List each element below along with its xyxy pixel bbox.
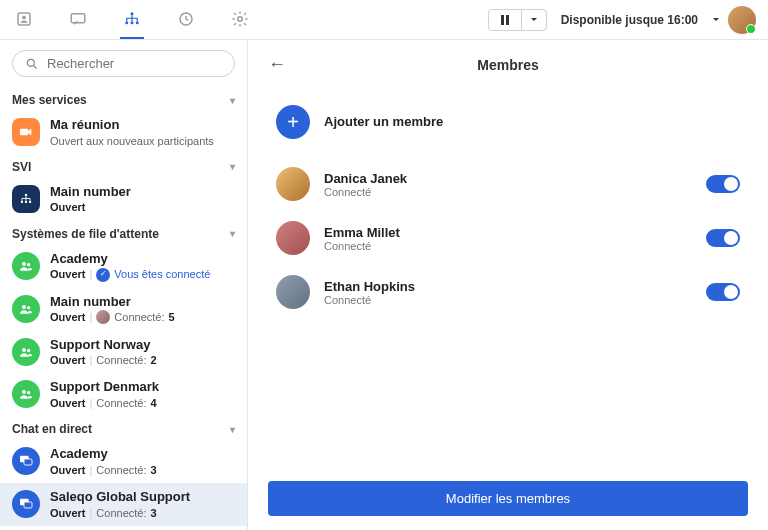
svg-point-8: [238, 16, 243, 21]
item-title: Academy: [50, 446, 235, 462]
item-title: Main number: [50, 294, 235, 310]
svg-rect-9: [501, 15, 504, 25]
section-mes-services[interactable]: Mes services▾: [0, 87, 247, 111]
member-status: Connecté: [324, 240, 692, 252]
section-voicemail[interactable]: Messages vocaux partagés▾: [0, 526, 247, 530]
svg-point-18: [27, 263, 30, 266]
chevron-down-icon: ▾: [230, 95, 235, 106]
svg-rect-26: [24, 459, 32, 465]
section-queues[interactable]: Systèmes de file d'attente▾: [0, 221, 247, 245]
section-title: Mes services: [12, 93, 87, 107]
item-title: Support Norway: [50, 337, 235, 353]
search-field[interactable]: [47, 56, 222, 71]
svg-point-16: [29, 201, 31, 203]
svg-point-22: [27, 349, 30, 352]
chat-icon: [12, 490, 40, 518]
pause-icon[interactable]: [489, 10, 522, 30]
svg-point-23: [22, 390, 26, 394]
svg-rect-10: [506, 15, 509, 25]
pause-control[interactable]: [488, 9, 547, 31]
svg-point-17: [22, 262, 26, 266]
user-avatar[interactable]: [728, 6, 756, 34]
tab-settings[interactable]: [228, 1, 252, 39]
svg-point-20: [27, 306, 30, 309]
tab-messages[interactable]: [66, 1, 90, 39]
svg-point-21: [22, 348, 26, 352]
svg-point-13: [25, 194, 27, 196]
mini-avatar: [96, 310, 110, 324]
member-status: Connecté: [324, 186, 692, 198]
svg-point-5: [131, 21, 134, 24]
group-icon: [12, 252, 40, 280]
chevron-down-icon: ▾: [230, 161, 235, 172]
section-title: Chat en direct: [12, 422, 92, 436]
sidebar-item-meeting[interactable]: Ma réunionOuvert aux nouveaux participan…: [0, 111, 247, 154]
chevron-down-icon: ▾: [230, 228, 235, 239]
sidebar-item-saleqo-c[interactable]: Saleqo Global SupportOuvert|Connecté:3: [0, 483, 247, 526]
avatar: [276, 221, 310, 255]
top-bar: Disponible jusque 16:00: [0, 0, 768, 40]
main-panel: ← Membres + Ajouter un membre Danica Jan…: [248, 40, 768, 530]
section-title: Systèmes de file d'attente: [12, 227, 159, 241]
avatar: [276, 167, 310, 201]
video-icon: [12, 118, 40, 146]
member-name: Ethan Hopkins: [324, 279, 692, 294]
avatar: [276, 275, 310, 309]
search-input[interactable]: [12, 50, 235, 77]
group-icon: [12, 338, 40, 366]
section-svi[interactable]: SVI▾: [0, 154, 247, 178]
svg-point-24: [27, 391, 30, 394]
svg-point-19: [22, 305, 26, 309]
sidebar: Mes services▾ Ma réunionOuvert aux nouve…: [0, 40, 248, 530]
item-sub: Ouvert: [50, 200, 85, 214]
svg-point-6: [136, 21, 139, 24]
group-icon: [12, 295, 40, 323]
section-title: SVI: [12, 160, 31, 174]
sidebar-item-academy-c[interactable]: AcademyOuvert|Connecté:3: [0, 440, 247, 483]
svg-rect-28: [24, 502, 32, 508]
member-toggle[interactable]: [706, 229, 740, 247]
chevron-down-icon[interactable]: [712, 16, 720, 24]
top-tabs: [12, 1, 252, 39]
item-title: Saleqo Global Support: [50, 489, 235, 505]
svg-rect-12: [20, 129, 28, 136]
item-title: Main number: [50, 184, 235, 200]
tab-history[interactable]: [174, 1, 198, 39]
member-row: Danica JanekConnecté: [276, 157, 740, 211]
svg-point-15: [25, 201, 27, 203]
tab-contacts[interactable]: [12, 1, 36, 39]
svg-point-3: [131, 12, 134, 15]
sidebar-item-academy-q[interactable]: AcademyOuvert|✓Vous êtes connecté: [0, 245, 247, 288]
add-member-label: Ajouter un membre: [324, 114, 443, 130]
sidebar-item-main-q[interactable]: Main numberOuvert|Connecté:5: [0, 288, 247, 331]
item-title: Academy: [50, 251, 235, 267]
member-toggle[interactable]: [706, 283, 740, 301]
back-button[interactable]: ←: [268, 54, 292, 75]
member-name: Danica Janek: [324, 171, 692, 186]
tab-org[interactable]: [120, 1, 144, 39]
sidebar-item-denmark-q[interactable]: Support DenmarkOuvert|Connecté:4: [0, 373, 247, 416]
member-status: Connecté: [324, 294, 692, 306]
item-sub: Ouvert aux nouveaux participants: [50, 134, 235, 148]
search-icon: [25, 57, 39, 71]
svg-point-14: [21, 201, 23, 203]
sidebar-item-main-svi[interactable]: Main numberOuvert: [0, 178, 247, 221]
org-icon: [12, 185, 40, 213]
chat-icon: [12, 447, 40, 475]
section-chat[interactable]: Chat en direct▾: [0, 416, 247, 440]
plus-icon: +: [276, 105, 310, 139]
svg-point-4: [125, 21, 128, 24]
add-member[interactable]: + Ajouter un membre: [276, 95, 740, 157]
group-icon: [12, 380, 40, 408]
chevron-down-icon: ▾: [230, 424, 235, 435]
svg-rect-2: [71, 13, 85, 22]
main-title: Membres: [292, 57, 724, 73]
item-title: Support Denmark: [50, 379, 235, 395]
pause-dropdown[interactable]: [522, 10, 546, 30]
svg-point-1: [22, 15, 26, 19]
sidebar-item-norway-q[interactable]: Support NorwayOuvert|Connecté:2: [0, 331, 247, 374]
member-row: Ethan HopkinsConnecté: [276, 265, 740, 319]
availability-text: Disponible jusque 16:00: [561, 13, 698, 27]
member-toggle[interactable]: [706, 175, 740, 193]
edit-members-button[interactable]: Modifier les membres: [268, 481, 748, 516]
